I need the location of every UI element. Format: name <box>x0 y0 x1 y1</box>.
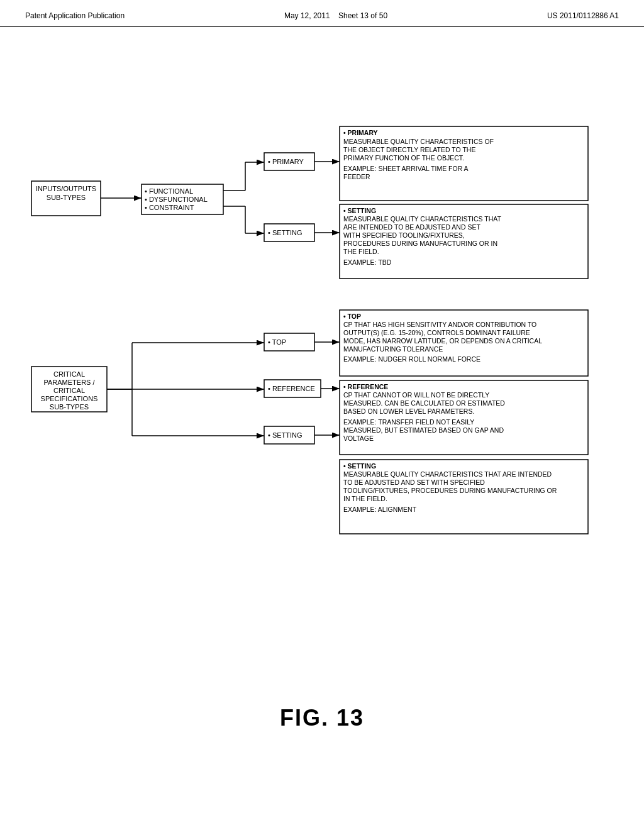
svg-text:CP THAT HAS HIGH SENSITIVITY A: CP THAT HAS HIGH SENSITIVITY AND/OR CONT… <box>343 321 536 328</box>
svg-text:TO BE ADJUSTED AND SET WITH SP: TO BE ADJUSTED AND SET WITH SPECIFIED <box>343 479 485 486</box>
svg-text:PROCEDURES DURING MANUFACTURIN: PROCEDURES DURING MANUFACTURING OR IN <box>343 240 497 247</box>
svg-text:• SETTING: • SETTING <box>268 229 303 236</box>
svg-text:• SETTING: • SETTING <box>268 431 303 439</box>
svg-text:EXAMPLE: SHEET ARRIVAL TIME FO: EXAMPLE: SHEET ARRIVAL TIME FOR A <box>343 165 469 172</box>
svg-text:• TOP: • TOP <box>343 313 361 320</box>
svg-text:IN THE FIELD.: IN THE FIELD. <box>343 495 387 502</box>
svg-text:• PRIMARY: • PRIMARY <box>268 158 304 165</box>
svg-text:BASED ON LOWER LEVEL PARAMETER: BASED ON LOWER LEVEL PARAMETERS. <box>343 407 474 415</box>
svg-text:• SETTING: • SETTING <box>343 462 376 470</box>
page-header: Patent Application Publication May 12, 2… <box>0 0 644 27</box>
header-patent-number: US 2011/0112886 A1 <box>547 11 619 20</box>
svg-text:THE OBJECT DIRECTLY RELATED TO: THE OBJECT DIRECTLY RELATED TO THE <box>343 146 475 153</box>
svg-text:CRITICAL: CRITICAL <box>53 387 85 394</box>
svg-text:• PRIMARY: • PRIMARY <box>343 129 378 136</box>
svg-text:OUTPUT(S) (E.G. 15-20%), CONTR: OUTPUT(S) (E.G. 15-20%), CONTROLS DOMINA… <box>343 329 530 336</box>
svg-text:SUB-TYPES: SUB-TYPES <box>50 403 89 411</box>
svg-text:SPECIFICATIONS: SPECIFICATIONS <box>41 395 98 402</box>
header-date: May 12, 2011 Sheet 13 of 50 <box>284 11 387 20</box>
svg-text:MEASURABLE QUALITY CHARACTERIS: MEASURABLE QUALITY CHARACTERISTICS THAT <box>343 215 501 223</box>
svg-text:MODE, HAS NARROW LATITUDE, OR : MODE, HAS NARROW LATITUDE, OR DEPENDS ON… <box>343 337 542 345</box>
svg-text:• FUNCTIONAL: • FUNCTIONAL <box>145 187 193 195</box>
svg-text:CP THAT CANNOT OR WILL NOT BE : CP THAT CANNOT OR WILL NOT BE DIRECTLY <box>343 391 489 399</box>
svg-text:MEASURED. CAN BE CALCULATED OR: MEASURED. CAN BE CALCULATED OR ESTIMATED <box>343 399 505 407</box>
header-publication-label: Patent Application Publication <box>25 11 125 20</box>
svg-text:CRITICAL: CRITICAL <box>53 370 85 378</box>
diagram-svg: .box-text { font-family: Arial, sans-ser… <box>19 46 623 612</box>
svg-text:• SETTING: • SETTING <box>343 207 376 214</box>
svg-text:WITH SPECIFIED TOOLING/FIXTURE: WITH SPECIFIED TOOLING/FIXTURES, <box>343 231 465 239</box>
figure-caption: FIG. 13 <box>280 705 364 731</box>
svg-text:• REFERENCE: • REFERENCE <box>268 385 315 392</box>
svg-text:PRIMARY FUNCTION OF THE OBJECT: PRIMARY FUNCTION OF THE OBJECT. <box>343 154 464 162</box>
svg-text:EXAMPLE: NUDGER ROLL NORMAL FO: EXAMPLE: NUDGER ROLL NORMAL FORCE <box>343 355 480 363</box>
svg-text:FEEDER: FEEDER <box>343 173 370 180</box>
diagram-area: .box-text { font-family: Arial, sans-ser… <box>0 27 644 769</box>
svg-text:PARAMETERS /: PARAMETERS / <box>43 379 95 386</box>
svg-text:EXAMPLE: TRANSFER FIELD NOT EA: EXAMPLE: TRANSFER FIELD NOT EASILY <box>343 418 474 426</box>
svg-text:MANUFACTURING TOLERANCE: MANUFACTURING TOLERANCE <box>343 345 443 353</box>
svg-text:• REFERENCE: • REFERENCE <box>343 383 388 390</box>
svg-text:• DYSFUNCTIONAL: • DYSFUNCTIONAL <box>145 196 208 203</box>
svg-text:MEASURED, BUT ESTIMATED BASED : MEASURED, BUT ESTIMATED BASED ON GAP AND <box>343 426 504 434</box>
svg-text:VOLTAGE: VOLTAGE <box>343 434 374 442</box>
svg-text:EXAMPLE: ALIGNMENT: EXAMPLE: ALIGNMENT <box>343 506 417 513</box>
svg-text:MEASURABLE QUALITY CHARACTERIS: MEASURABLE QUALITY CHARACTERISTICS OF <box>343 138 494 145</box>
svg-text:EXAMPLE: TBD: EXAMPLE: TBD <box>343 258 392 266</box>
svg-text:TOOLING/FIXTURES, PROCEDURES D: TOOLING/FIXTURES, PROCEDURES DURING MANU… <box>343 487 557 494</box>
svg-text:ARE INTENDED TO BE ADJUSTED AN: ARE INTENDED TO BE ADJUSTED AND SET <box>343 223 480 231</box>
svg-text:• TOP: • TOP <box>268 338 286 346</box>
svg-text:MEASURABLE QUALITY CHARACTERIS: MEASURABLE QUALITY CHARACTERISTICS THAT … <box>343 470 552 478</box>
svg-text:SUB-TYPES: SUB-TYPES <box>47 194 86 201</box>
svg-text:THE FIELD.: THE FIELD. <box>343 248 379 255</box>
svg-text:INPUTS/OUTPUTS: INPUTS/OUTPUTS <box>36 185 96 192</box>
svg-text:• CONSTRAINT: • CONSTRAINT <box>145 204 194 211</box>
